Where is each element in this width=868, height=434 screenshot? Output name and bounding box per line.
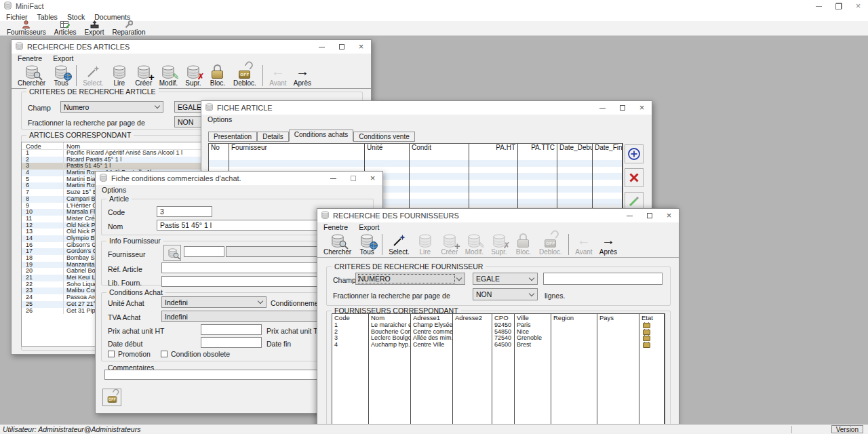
fournisseurs-close-button[interactable]: ×: [659, 209, 679, 222]
tab-details[interactable]: Details: [257, 132, 289, 142]
add-condition-button[interactable]: [625, 144, 644, 163]
fournisseurs-champ-select[interactable]: NUMERO: [355, 273, 465, 285]
fiche-conditions-maximize-button[interactable]: [343, 172, 363, 185]
articles-close-button[interactable]: ×: [351, 40, 371, 54]
articles-button-cr-er[interactable]: +Créer: [132, 64, 156, 87]
fournisseur-row[interactable]: 2Boucherie Con...Centre comme...54850Nic…: [332, 329, 665, 336]
fournisseurs-table[interactable]: CodeNomAdresse1Adresse2CPOVilleRegionPay…: [332, 313, 665, 434]
table-row[interactable]: [332, 368, 665, 375]
fournisseurs-operator-select[interactable]: EGALE: [473, 273, 538, 285]
fournisseurs-button-avant[interactable]: ←Avant: [572, 233, 596, 256]
wrench-icon: [124, 20, 133, 28]
table-row[interactable]: [332, 414, 665, 421]
articles-minimize-button[interactable]: [312, 40, 332, 54]
fiche-article-maximize-button[interactable]: [612, 101, 632, 115]
articles-button-chercher[interactable]: Chercher: [14, 64, 49, 87]
articles-menu-export[interactable]: Export: [52, 54, 75, 62]
main-menu-fichier[interactable]: Fichier: [5, 13, 29, 21]
database-search-icon: [166, 248, 178, 258]
fournisseurs-search-value-field[interactable]: [543, 273, 663, 285]
fournisseurs-button-cr-er[interactable]: +Créer: [437, 233, 462, 256]
fournisseurs-button-select[interactable]: Select.: [385, 233, 413, 256]
main-toolbar-button-fournisseurs[interactable]: Fournisseurs: [3, 20, 50, 36]
table-row[interactable]: [332, 388, 665, 395]
fiche-article-titlebar[interactable]: FICHE ARTICLE ×: [201, 101, 652, 115]
fiche-article-close-button[interactable]: ×: [632, 101, 652, 115]
fournisseurs-maximize-button[interactable]: [639, 209, 659, 222]
articles-button-tous[interactable]: Tous: [49, 64, 73, 87]
main-minimize-button[interactable]: [809, 0, 829, 12]
prix-ht-field[interactable]: [201, 324, 262, 335]
fournisseur-code-field[interactable]: [184, 246, 224, 257]
fournisseur-search-button[interactable]: [163, 245, 181, 261]
tab-conditions-vente[interactable]: Conditions vente: [353, 132, 415, 142]
fiche-conditions-titlebar[interactable]: Fiche conditions commerciales d'achat. ×: [96, 172, 382, 185]
main-titlebar[interactable]: MiniFact ×: [0, 0, 868, 12]
fournisseur-row[interactable]: 3Leclerc BoulgourAllée des mim...72540Gr…: [332, 335, 665, 342]
main-toolbar-button-reparation[interactable]: Reparation: [108, 20, 150, 36]
articles-button-avant[interactable]: ←Avant: [266, 64, 290, 87]
fournisseurs-minimize-button[interactable]: [620, 209, 639, 222]
date-debut-field[interactable]: [201, 337, 262, 348]
articles-maximize-button[interactable]: [332, 40, 351, 54]
tva-achat-select[interactable]: Indefini: [161, 311, 317, 322]
fournisseurs-menu-fenetre[interactable]: Fenetre: [322, 223, 349, 231]
fiche-conditions-minimize-button[interactable]: [323, 172, 343, 185]
table-row[interactable]: [332, 361, 665, 368]
tab-conditions-achats[interactable]: Conditions achats: [289, 130, 354, 142]
fournisseurs-button-apr-s[interactable]: →Après: [596, 233, 620, 256]
main-menu-tables[interactable]: Tables: [36, 13, 59, 21]
articles-button-debloc[interactable]: OFFDebloc.: [230, 64, 260, 87]
main-menu-documents[interactable]: Documents: [93, 13, 132, 21]
fiche-article-menu-options[interactable]: Options: [206, 115, 233, 123]
articles-button-bloc[interactable]: Bloc.: [205, 64, 230, 87]
fournisseurs-button-tous[interactable]: Tous: [355, 233, 379, 256]
database-icon: [416, 233, 434, 248]
articles-champ-select[interactable]: Numero: [60, 101, 163, 113]
articles-button-modif[interactable]: ✎Modif.: [156, 64, 181, 87]
table-row[interactable]: [209, 160, 623, 167]
version-button[interactable]: Version: [831, 425, 863, 433]
fiche-conditions-close-button[interactable]: ×: [363, 172, 382, 185]
main-restore-button[interactable]: [829, 0, 848, 12]
table-row[interactable]: [332, 401, 665, 408]
fournisseurs-button-supr[interactable]: ✗Supr.: [487, 233, 511, 256]
fournisseurs-button-modif[interactable]: ✎Modif.: [462, 233, 487, 256]
tab-presentation[interactable]: Presentation: [208, 132, 257, 142]
fournisseurs-button-debloc[interactable]: OFFDebloc.: [536, 233, 566, 256]
fournisseur-row[interactable]: 4Auchamp hyp...Centre Ville64500Brest: [332, 342, 665, 349]
fiche-article-minimize-button[interactable]: [593, 101, 612, 115]
fournisseurs-button-chercher[interactable]: Chercher: [320, 233, 355, 256]
articles-menu-fenetre[interactable]: Fenetre: [16, 54, 43, 62]
table-row[interactable]: [332, 408, 665, 414]
fournisseurs-button-bloc[interactable]: Bloc.: [511, 233, 536, 256]
table-row[interactable]: [332, 395, 665, 401]
table-row[interactable]: [332, 375, 665, 382]
main-toolbar-button-articles[interactable]: Articles: [50, 20, 81, 36]
main-toolbar-button-export[interactable]: Export: [81, 20, 108, 36]
articles-button-lire[interactable]: Lire: [107, 64, 132, 87]
fournisseurs-menu-export[interactable]: Export: [357, 223, 380, 231]
code-field[interactable]: 3: [157, 206, 212, 217]
fournisseurs-button-lire[interactable]: Lire: [413, 233, 437, 256]
main-menu-stock[interactable]: Stock: [66, 13, 86, 21]
delete-condition-button[interactable]: [625, 168, 644, 187]
main-close-button[interactable]: ×: [848, 0, 868, 12]
unlock-button[interactable]: OFF: [102, 389, 121, 406]
fournisseur-row[interactable]: 1Le maraicher e...Champ Elysée92450Paris: [332, 322, 665, 329]
articles-button-apr-s[interactable]: →Après: [290, 64, 315, 87]
promotion-checkbox[interactable]: Promotion: [108, 350, 151, 358]
unite-achat-select[interactable]: Indefini: [161, 296, 267, 308]
fournisseurs-pagination-select[interactable]: NON: [473, 288, 538, 300]
fournisseurs-titlebar[interactable]: RECHERCHE DES FOURNISSEURS ×: [317, 209, 679, 222]
articles-titlebar[interactable]: RECHERCHE DES ARTICLES ×: [12, 40, 371, 54]
table-row[interactable]: [332, 381, 665, 388]
date-debut-label: Date début: [108, 340, 142, 348]
table-row[interactable]: [332, 349, 665, 355]
articles-button-select[interactable]: Select.: [79, 64, 107, 87]
table-row[interactable]: [332, 355, 665, 361]
condition-obsolete-checkbox[interactable]: Condition obsolete: [161, 350, 230, 358]
articles-button-supr[interactable]: ✗Supr.: [181, 64, 205, 87]
fiche-conditions-menu-options[interactable]: Options: [100, 186, 127, 194]
arrow-left-icon: ←: [575, 233, 593, 248]
